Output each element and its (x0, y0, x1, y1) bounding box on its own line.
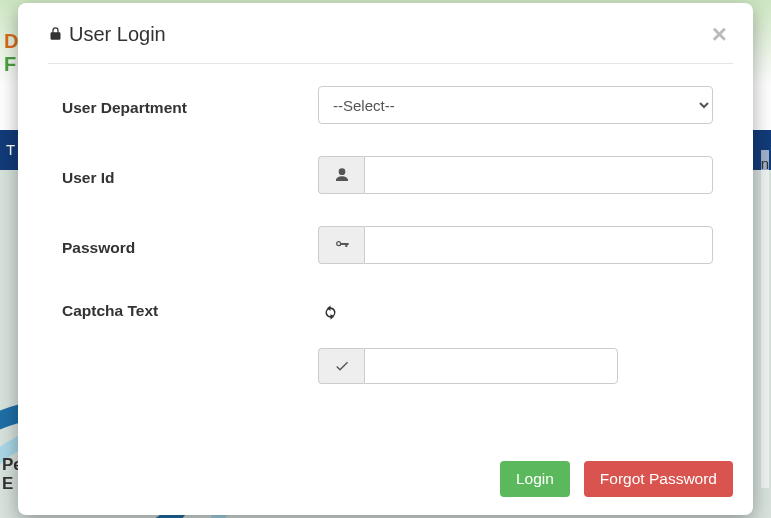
captcha-input[interactable] (364, 348, 618, 384)
modal-title-text: User Login (69, 23, 166, 46)
modal-title: User Login (48, 23, 166, 46)
background-right-letter: n (761, 155, 769, 172)
label-captcha-empty (48, 363, 318, 369)
modal-footer: Login Forgot Password (18, 447, 753, 515)
row-department: User Department --Select-- (48, 86, 733, 124)
background-logo: D F (4, 30, 18, 76)
login-modal: User Login × User Department --Select-- … (18, 3, 753, 515)
captcha-refresh-button[interactable] (318, 300, 342, 324)
lock-icon (48, 23, 63, 46)
label-user-id: User Id (48, 163, 318, 187)
modal-header: User Login × (18, 3, 753, 63)
refresh-icon (322, 304, 339, 321)
user-id-input[interactable] (364, 156, 713, 194)
check-icon (318, 348, 364, 384)
row-captcha-label: Captcha Text (48, 296, 733, 324)
label-captcha: Captcha Text (48, 296, 318, 320)
forgot-password-button[interactable]: Forgot Password (584, 461, 733, 497)
row-captcha-input (48, 348, 733, 384)
row-password: Password (48, 226, 733, 264)
close-button[interactable]: × (706, 21, 733, 47)
login-button[interactable]: Login (500, 461, 570, 497)
department-select[interactable]: --Select-- (318, 86, 713, 124)
modal-body: User Department --Select-- User Id Passw… (18, 64, 753, 447)
background-right-strip (761, 150, 769, 488)
row-user-id: User Id (48, 156, 733, 194)
user-icon (318, 156, 364, 194)
password-input[interactable] (364, 226, 713, 264)
label-department: User Department (48, 93, 318, 117)
key-icon (318, 226, 364, 264)
label-password: Password (48, 233, 318, 257)
